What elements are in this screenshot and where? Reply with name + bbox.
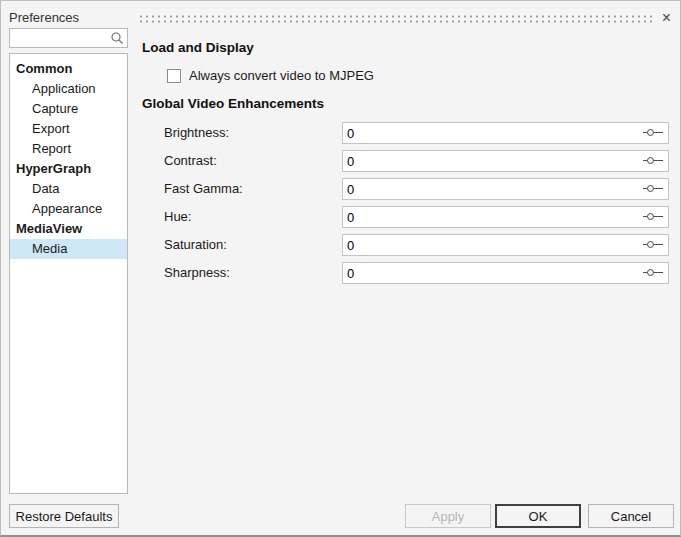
contrast-label: Contrast: xyxy=(164,150,217,172)
saturation-input[interactable] xyxy=(343,235,643,255)
tree-item-export[interactable]: Export xyxy=(10,119,127,139)
saturation-label: Saturation: xyxy=(164,234,227,256)
ok-button[interactable]: OK xyxy=(495,504,581,528)
tree-group-mediaview[interactable]: MediaView xyxy=(10,219,127,239)
contrast-input[interactable] xyxy=(343,151,643,171)
sharpness-label: Sharpness: xyxy=(164,262,230,284)
tree-group-common[interactable]: Common xyxy=(10,59,127,79)
search-icon xyxy=(109,30,125,46)
drag-gripper[interactable] xyxy=(138,14,654,24)
hue-slider-icon[interactable] xyxy=(643,211,663,223)
mjpeg-checkbox-label[interactable]: Always convert video to MJPEG xyxy=(189,68,374,83)
dialog-title: Preferences xyxy=(9,10,79,25)
mjpeg-checkbox[interactable] xyxy=(167,69,181,83)
contrast-field xyxy=(342,150,669,172)
hue-label: Hue: xyxy=(164,206,191,228)
cancel-button[interactable]: Cancel xyxy=(588,504,674,528)
tree-item-application[interactable]: Application xyxy=(10,79,127,99)
restore-defaults-button[interactable]: Restore Defaults xyxy=(9,504,119,528)
brightness-slider-icon[interactable] xyxy=(643,127,663,139)
tree-item-appearance[interactable]: Appearance xyxy=(10,199,127,219)
tree-item-report[interactable]: Report xyxy=(10,139,127,159)
fast-gamma-slider-icon[interactable] xyxy=(643,183,663,195)
section-heading-load-display: Load and Display xyxy=(142,40,254,55)
tree-group-hypergraph[interactable]: HyperGraph xyxy=(10,159,127,179)
apply-button[interactable]: Apply xyxy=(405,504,491,528)
tree-item-data[interactable]: Data xyxy=(10,179,127,199)
sharpness-input[interactable] xyxy=(343,263,643,283)
tree-item-media[interactable]: Media xyxy=(10,239,127,259)
saturation-slider-icon[interactable] xyxy=(643,239,663,251)
sharpness-field xyxy=(342,262,669,284)
sharpness-slider-icon[interactable] xyxy=(643,267,663,279)
brightness-input[interactable] xyxy=(343,123,643,143)
search-input[interactable] xyxy=(10,31,109,45)
section-heading-enhancements: Global Video Enhancements xyxy=(142,96,324,111)
close-icon[interactable]: × xyxy=(656,7,677,28)
fast-gamma-field xyxy=(342,178,669,200)
saturation-field xyxy=(342,234,669,256)
tree-item-capture[interactable]: Capture xyxy=(10,99,127,119)
brightness-label: Brightness: xyxy=(164,122,229,144)
brightness-field xyxy=(342,122,669,144)
contrast-slider-icon[interactable] xyxy=(643,155,663,167)
search-box xyxy=(9,28,128,48)
hue-input[interactable] xyxy=(343,207,643,227)
preferences-tree: Common Application Capture Export Report… xyxy=(9,53,128,494)
mjpeg-checkbox-row: Always convert video to MJPEG xyxy=(167,68,374,83)
fast-gamma-input[interactable] xyxy=(343,179,643,199)
hue-field xyxy=(342,206,669,228)
preferences-dialog: Preferences × Common Application Capture… xyxy=(0,0,681,537)
fast-gamma-label: Fast Gamma: xyxy=(164,178,243,200)
